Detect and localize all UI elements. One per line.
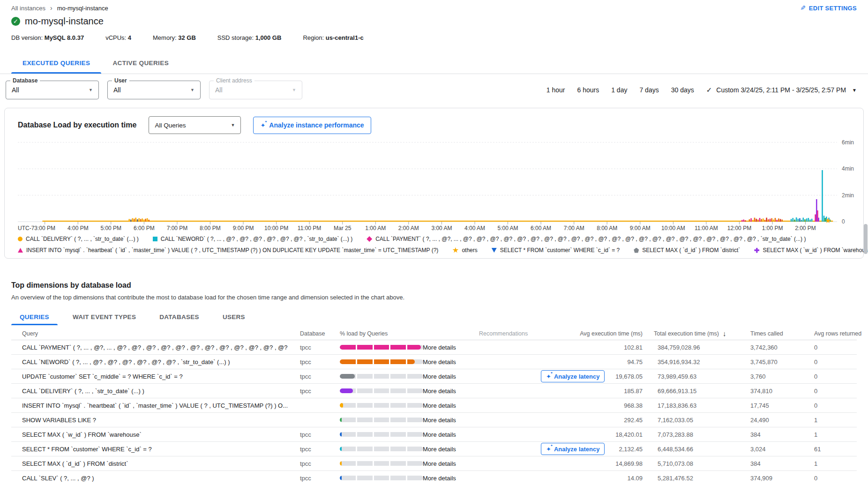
column-header-total[interactable]: Total execution time (ms)↓ — [646, 329, 745, 337]
more-details-link[interactable]: More details — [419, 388, 475, 395]
query-text[interactable]: SELECT MAX ( `w_id` ) FROM `warehouse` — [11, 431, 288, 438]
chart-x-tick-label: 5:00 PM — [100, 225, 121, 231]
load-percentage-bar — [340, 388, 423, 393]
legend-item[interactable]: others — [452, 247, 477, 254]
time-range-selector: 1 hour6 hours1 day7 days30 days ✓ Custom… — [546, 86, 857, 94]
chart-header: Database Load by execution time All Quer… — [5, 108, 863, 134]
legend-item[interactable]: CALL `NEWORD` ( ?, ... , @? , @? , @? , … — [153, 236, 352, 242]
column-header-avg[interactable]: Avg execution time (ms) — [541, 330, 646, 337]
load-bar-separator — [406, 388, 407, 393]
edit-settings-button[interactable]: ✎ EDIT SETTINGS — [800, 4, 857, 12]
legend-item-label: CALL `NEWORD` ( ?, ... , @? , @? , @? , … — [161, 236, 352, 242]
database-load-card: Database Load by execution time All Quer… — [4, 108, 864, 259]
scrollbar-thumb[interactable] — [864, 224, 868, 254]
custom-time-range[interactable]: ✓ Custom 3/24/25, 2:11 PM - 3/25/25, 2:5… — [706, 86, 857, 94]
avg-execution-time-value: 14,869.98 — [615, 460, 643, 467]
load-bar-fill — [340, 403, 343, 408]
tab-active-queries[interactable]: ACTIVE QUERIES — [101, 52, 180, 74]
more-details-link[interactable]: More details — [419, 460, 475, 467]
top-bar: All instances › mo-mysql-instance ✎ EDIT… — [0, 0, 868, 13]
query-text[interactable]: SHOW VARIABLES LIKE ? — [11, 417, 288, 424]
load-bar-separator — [389, 359, 390, 364]
legend-item-label: SELECT MAX ( `w_id` ) FROM `warehouse` — [763, 247, 868, 254]
avg-execution-time-cell: 292.45 — [541, 417, 646, 424]
query-dimension-value: All Queries — [155, 122, 231, 129]
load-bar-separator — [406, 447, 407, 451]
dimension-tab-users[interactable]: USERS — [214, 309, 254, 324]
database-cell: tpcc — [288, 460, 330, 467]
query-text[interactable]: UPDATE `customer` SET `c_middle` = ? WHE… — [11, 373, 288, 380]
table-row: SELECT MAX ( `w_id` ) FROM `warehouse`tp… — [11, 427, 857, 442]
more-details-link[interactable]: More details — [419, 446, 475, 453]
legend-item[interactable]: SELECT * FROM `customer` WHERE `c_id` = … — [492, 247, 620, 254]
tab-executed-queries[interactable]: EXECUTED QUERIES — [11, 52, 101, 74]
sort-descending-icon: ↓ — [723, 329, 726, 337]
breadcrumb-all-instances[interactable]: All instances — [11, 5, 45, 12]
load-bar-fill — [340, 345, 421, 350]
legend-item[interactable]: SELECT MAX ( `d_id` ) FROM `district` — [634, 247, 740, 254]
query-text[interactable]: SELECT MAX ( `d_id` ) FROM `district` — [11, 460, 288, 467]
load-percentage-bar — [340, 403, 423, 408]
table-row: SELECT * FROM `customer` WHERE `c_id` = … — [11, 442, 857, 456]
query-text[interactable]: CALL `DELIVERY` ( ?, ... , `str_to_date`… — [11, 388, 288, 395]
analyze-latency-label: Analyze latency — [554, 373, 600, 380]
times-called-cell: 24,490 — [745, 417, 808, 424]
dimension-tab-wait-event-types[interactable]: WAIT EVENT TYPES — [64, 309, 144, 324]
time-option-6-hours[interactable]: 6 hours — [577, 86, 599, 94]
legend-item[interactable]: INSERT INTO `mysql` . `heartbeat` ( `id`… — [18, 247, 438, 254]
user-filter-select[interactable]: User All ▼ — [107, 81, 201, 99]
client-address-filter-select: Client address All ▼ — [209, 81, 302, 99]
sparkle-icon: ✦ — [546, 446, 551, 453]
time-option-7-days[interactable]: 7 days — [639, 86, 658, 94]
load-bar-separator — [356, 461, 357, 466]
legend-item[interactable]: CALL `PAYMENT` ( ?, ... , @?, ... , @? ,… — [367, 236, 806, 242]
dropdown-arrow-icon: ▼ — [852, 88, 857, 93]
more-details-link[interactable]: More details — [419, 475, 475, 482]
dimension-tab-databases[interactable]: DATABASES — [151, 309, 208, 324]
dimension-tab-queries[interactable]: QUERIES — [11, 309, 58, 324]
more-details-link[interactable]: More details — [419, 417, 475, 424]
database-filter-select[interactable]: Database All ▼ — [6, 81, 99, 99]
more-details-link[interactable]: More details — [419, 358, 475, 366]
times-called-cell: 3,745,870 — [745, 358, 808, 366]
database-cell: tpcc — [288, 358, 330, 366]
query-text[interactable]: CALL `SLEV` ( ?, ... , @? ) — [11, 475, 288, 482]
total-execution-time-cell: 354,916,934.32 — [646, 358, 745, 366]
legend-item-label: CALL `PAYMENT` ( ?, ... , @?, ... , @? ,… — [375, 236, 806, 242]
load-bar-separator — [406, 359, 407, 364]
time-option-1-hour[interactable]: 1 hour — [546, 86, 565, 94]
column-header-label: Total execution time (ms) — [654, 330, 719, 337]
query-text[interactable]: SELECT * FROM `customer` WHERE `c_id` = … — [11, 446, 288, 453]
load-bar-separator — [356, 345, 357, 350]
total-execution-time-cell: 5,710,073.08 — [646, 460, 745, 467]
dropdown-arrow-icon: ▼ — [89, 88, 93, 92]
more-details-link[interactable]: More details — [419, 402, 475, 409]
database-cell: tpcc — [288, 344, 330, 351]
sparkle-icon: ✦ — [546, 373, 551, 380]
column-header-rows[interactable]: Avg rows returned — [808, 330, 857, 337]
more-details-link[interactable]: More details — [419, 373, 475, 380]
load-cell — [330, 388, 419, 393]
query-text[interactable]: CALL `NEWORD` ( ?, ... , @? , @? , @? , … — [11, 358, 288, 366]
more-details-link[interactable]: More details — [419, 344, 475, 351]
load-bar-fill — [340, 476, 342, 480]
time-option-30-days[interactable]: 30 days — [671, 86, 694, 94]
analyze-latency-button[interactable]: ✦Analyze latency — [541, 443, 605, 455]
query-text[interactable]: CALL `PAYMENT` ( ?, ... , @?, ... , @? ,… — [11, 344, 288, 351]
load-bar-separator — [389, 447, 390, 451]
analyze-instance-performance-button[interactable]: ✦ Analyze instance performance — [253, 117, 371, 134]
avg-rows-returned-cell: 0 — [808, 402, 857, 409]
query-dimension-select[interactable]: All Queries ▼ — [149, 116, 241, 134]
legend-item[interactable]: CALL `DELIVERY` ( ?, ... , `str_to_date`… — [18, 236, 139, 242]
avg-execution-time-cell: 18,420.01 — [541, 431, 646, 438]
query-text[interactable]: INSERT INTO `mysql` . `heartbeat` ( `id`… — [11, 402, 288, 409]
avg-execution-time-cell: 14,869.98 — [541, 460, 646, 467]
column-header-times[interactable]: Times called — [745, 330, 808, 337]
more-details-link[interactable]: More details — [419, 431, 475, 438]
time-option-1-day[interactable]: 1 day — [611, 86, 627, 94]
legend-item[interactable]: SELECT MAX ( `w_id` ) FROM `warehouse` — [754, 247, 868, 254]
table-row: UPDATE `customer` SET `c_middle` = ? WHE… — [11, 369, 857, 384]
load-bar-separator — [406, 374, 407, 379]
analyze-latency-button[interactable]: ✦Analyze latency — [541, 370, 605, 382]
instance-detail: vCPUs: 4 — [105, 34, 131, 41]
